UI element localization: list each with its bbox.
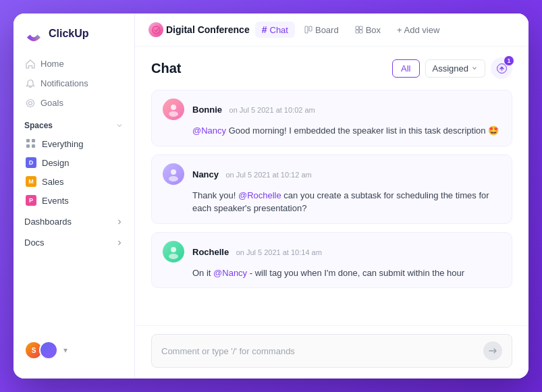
comment-input-wrap[interactable]: Comment or type '/' for commands [151,334,512,368]
sidebar-item-label-events: Events [42,196,69,206]
sidebar-item-label-sales: Sales [42,177,64,187]
events-space-icon: P [26,195,36,206]
hash-icon: # [262,24,267,35]
mention-nancy: @Nancy [192,125,226,136]
message-header: Bonnie on Jul 5 2021 at 10:02 am [163,99,501,120]
sidebar-item-label-goals: Goals [40,98,63,108]
notification-badge: 1 [504,56,514,65]
filter-assigned-button[interactable]: Assigned [425,59,485,78]
time-nancy: on Jul 5 2021 at 10:12 am [225,171,311,179]
chat-area: Chat All Assigned 1 [135,47,529,379]
sidebar-item-label-notifications: Notifications [40,78,88,88]
filter-all-label: All [401,63,410,74]
comment-bar: Comment or type '/' for commands [135,325,529,379]
box-icon [355,26,363,34]
svg-point-16 [169,254,178,259]
nancy-meta: Nancy on Jul 5 2021 at 10:12 am [192,168,501,180]
spaces-section-header[interactable]: Spaces [13,113,134,134]
chevron-down-icon [115,121,124,130]
svg-rect-5 [356,26,359,30]
docs-section[interactable]: Docs [13,231,134,252]
bonnie-avatar [163,99,184,120]
message-prefix-nancy: Thank you! [192,190,238,200]
sidebar-item-notifications[interactable]: Notifications [19,74,129,93]
mention-rochelle: @Rochelle [238,190,281,200]
everything-icon [26,138,36,149]
message-header-nancy: Nancy on Jul 5 2021 at 10:12 am [163,163,501,185]
project-name: Digital Conference [166,24,250,35]
sidebar-item-sales[interactable]: M Sales [19,172,129,191]
message-card: Bonnie on Jul 5 2021 at 10:02 am @Nancy … [151,90,512,146]
svg-point-12 [169,111,178,117]
project-icon [148,22,163,37]
message-body-rochelle: On it @Nancy - will tag you when I'm don… [163,267,501,280]
tab-box-label: Box [366,25,381,35]
svg-point-1 [29,101,32,105]
tab-chat-label: Chat [270,25,288,35]
filter-all-button[interactable]: All [392,59,419,78]
notification-button[interactable]: 1 [491,57,512,79]
svg-rect-3 [305,26,308,33]
author-rochelle: Rochelle [192,247,229,257]
comment-placeholder[interactable]: Comment or type '/' for commands [161,346,483,356]
chevron-right-icon [115,218,124,226]
time-bonnie: on Jul 5 2021 at 10:02 am [229,106,315,114]
top-bar: Digital Conference # Chat Board Box + Ad… [135,13,529,47]
home-icon [26,59,35,69]
svg-point-13 [171,169,176,175]
tab-box[interactable]: Box [348,22,387,38]
user-caret-icon: ▾ [63,345,67,355]
sidebar-item-events[interactable]: P Events [19,191,129,210]
tab-board[interactable]: Board [298,22,346,38]
sidebar-item-label-home: Home [40,59,64,69]
message-text-bonnie: Good morning! I embedded the speaker lis… [226,125,499,136]
message-header-rochelle: Rochelle on Jul 5 2021 at 10:14 am [163,241,501,262]
goals-icon [26,99,35,108]
dashboards-section[interactable]: Dashboards [13,210,134,231]
docs-label: Docs [24,237,45,248]
message-text-rochelle: - will tag you when I'm done, can submit… [247,268,464,278]
dashboards-label: Dashboards [24,217,72,227]
avatar-2 [39,341,58,360]
message-card-nancy: Nancy on Jul 5 2021 at 10:12 am Thank yo… [151,155,512,224]
board-icon [304,26,313,34]
svg-rect-7 [356,30,359,34]
sidebar-item-home[interactable]: Home [19,54,129,74]
sidebar-item-label-design: Design [42,158,69,168]
add-view-button[interactable]: + Add view [390,22,446,38]
chevron-down-icon-2 [471,65,478,72]
main-content: Digital Conference # Chat Board Box + Ad… [135,13,529,379]
bell-icon [26,79,35,88]
messages-container: Bonnie on Jul 5 2021 at 10:02 am @Nancy … [135,84,529,325]
sidebar-item-goals[interactable]: Goals [19,93,129,113]
author-nancy: Nancy [192,169,219,179]
author-bonnie: Bonnie [192,105,222,115]
time-rochelle: on Jul 5 2021 at 10:14 am [236,248,322,256]
chat-title: Chat [151,61,181,76]
rochelle-avatar [163,241,184,262]
chat-filters: All Assigned 1 [392,57,512,79]
tab-chat[interactable]: # Chat [255,22,295,38]
rochelle-meta: Rochelle on Jul 5 2021 at 10:14 am [192,246,501,258]
bonnie-meta: Bonnie on Jul 5 2021 at 10:02 am [192,103,501,115]
sales-space-icon: M [26,176,36,187]
svg-rect-6 [359,26,362,30]
sidebar-user-area[interactable]: S ▾ [13,333,134,368]
send-icon[interactable] [483,341,502,360]
user-avatars: S [24,341,58,360]
app-name: ClickUp [49,28,89,40]
nancy-avatar [163,163,184,185]
sidebar-item-everything[interactable]: Everything [19,134,129,153]
message-card-rochelle: Rochelle on Jul 5 2021 at 10:14 am On it… [151,232,512,289]
logo-area: ClickUp [13,24,134,54]
svg-point-15 [171,247,176,252]
svg-point-14 [169,176,178,181]
message-body-nancy: Thank you! @Rochelle can you create a su… [163,189,501,215]
sidebar-item-label-everything: Everything [42,139,83,149]
svg-rect-8 [359,30,362,34]
notification-icon [497,63,507,74]
sidebar-item-design[interactable]: D Design [19,153,129,172]
mention-nancy-2: @Nancy [213,268,247,278]
design-space-icon: D [26,157,36,168]
tab-board-label: Board [315,25,339,35]
